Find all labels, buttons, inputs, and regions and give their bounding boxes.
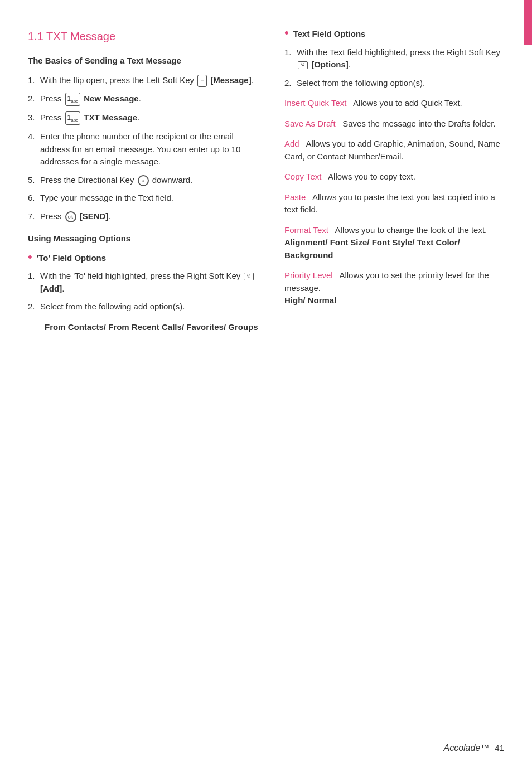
- to-step-1-num: 1.: [28, 270, 40, 283]
- term-copy-text: Copy Text: [284, 172, 321, 181]
- right-soft-key-2-icon: ↯: [298, 61, 308, 69]
- tf-step-2-num: 2.: [284, 77, 297, 90]
- tf-step-1: 1. With the Text field highlighted, pres…: [284, 46, 504, 71]
- tf-step-1-text: With the Text field highlighted, press t…: [297, 46, 504, 71]
- left-steps-list: 1. With the flip open, press the Left So…: [28, 74, 262, 223]
- page-tab: [524, 0, 532, 45]
- page-number: 41: [495, 742, 504, 755]
- step-2-num: 2.: [28, 93, 40, 105]
- step-5: 5. Press the Directional Key ○ downward.: [28, 174, 262, 187]
- tf-step-2: 2. Select from the following option(s).: [284, 77, 504, 90]
- step-7-num: 7.: [28, 210, 40, 223]
- option-insert-quick-text: Insert Quick Text Allows you to add Quic…: [284, 97, 504, 110]
- option-copy-text: Copy Text Allows you to copy text.: [284, 171, 504, 183]
- ok-button-icon: ok: [65, 211, 76, 222]
- to-field-bullet-item: • 'To' Field Options: [28, 252, 262, 265]
- bottom-rule: [0, 738, 532, 738]
- directional-key-icon: ○: [138, 175, 149, 186]
- messaging-options-heading: Using Messaging Options: [28, 232, 262, 245]
- step-7-text: Press ok [SEND].: [40, 210, 262, 223]
- brand-name: Accolade™: [443, 741, 489, 755]
- to-step-2-num: 2.: [28, 300, 40, 313]
- term-format-text: Format Text: [284, 225, 328, 235]
- right-column: • Text Field Options 1. With the Text fi…: [284, 28, 504, 339]
- format-text-sub-bold: Alignment/ Font Size/ Font Style/ Text C…: [284, 237, 460, 260]
- priority-level-sub-bold: High/ Normal: [284, 295, 336, 305]
- step-6-num: 6.: [28, 192, 40, 205]
- step-1-num: 1.: [28, 74, 40, 87]
- tf-step-2-text: Select from the following option(s).: [297, 77, 504, 90]
- tf-step-1-num: 1.: [284, 46, 297, 59]
- term-save-as-draft: Save As Draft: [284, 119, 336, 128]
- to-step-1: 1. With the 'To' field highlighted, pres…: [28, 270, 262, 295]
- to-step-2: 2. Select from the following add option(…: [28, 300, 262, 313]
- step-5-num: 5.: [28, 174, 40, 187]
- text-field-steps: 1. With the Text field highlighted, pres…: [284, 46, 504, 90]
- page-container: 1.1 TXT Message The Basics of Sending a …: [0, 0, 532, 766]
- to-field-steps: 1. With the 'To' field highlighted, pres…: [28, 270, 262, 313]
- option-save-as-draft: Save As Draft Saves the message into the…: [284, 118, 504, 130]
- to-field-bullet-list: • 'To' Field Options: [28, 252, 262, 265]
- term-add: Add: [284, 139, 299, 148]
- to-field-label: 'To' Field Options: [37, 252, 106, 265]
- option-add: Add Allows you to add Graphic, Animation…: [284, 138, 504, 163]
- to-field-sub-options: From Contacts/ From Recent Calls/ Favori…: [28, 321, 262, 334]
- step-3-text: Press 1abc TXT Message.: [40, 111, 262, 125]
- option-priority-level: Priority Level Allows you to set the pri…: [284, 269, 504, 307]
- step-4-num: 4.: [28, 130, 40, 143]
- to-field-sub-bold: From Contacts/ From Recent Calls/ Favori…: [45, 322, 258, 332]
- step-2: 2. Press 1abc New Message.: [28, 93, 262, 106]
- text-field-bullet-list: • Text Field Options: [284, 28, 504, 41]
- step-1-text: With the flip open, press the Left Soft …: [40, 74, 262, 87]
- message-icon: ⌐: [197, 75, 207, 87]
- text-field-label: Text Field Options: [293, 28, 366, 41]
- to-step-1-text: With the 'To' field highlighted, press t…: [40, 270, 262, 295]
- option-paste: Paste Allows you to paste the text you l…: [284, 191, 504, 216]
- main-columns: 1.1 TXT Message The Basics of Sending a …: [28, 28, 504, 339]
- step-7: 7. Press ok [SEND].: [28, 210, 262, 223]
- step-4-text: Enter the phone number of the recipient …: [40, 130, 262, 168]
- step-3-num: 3.: [28, 111, 40, 124]
- term-paste: Paste: [284, 192, 306, 202]
- step-4: 4. Enter the phone number of the recipie…: [28, 130, 262, 168]
- sub-heading: The Basics of Sending a Text Message: [28, 55, 262, 67]
- left-column: 1.1 TXT Message The Basics of Sending a …: [28, 28, 262, 339]
- footer: Accolade™ 41: [443, 741, 504, 755]
- step-5-text: Press the Directional Key ○ downward.: [40, 174, 262, 187]
- key-1b-icon: 1abc: [65, 111, 81, 125]
- text-field-bullet-item: • Text Field Options: [284, 28, 504, 41]
- bullet-dot: •: [28, 251, 32, 263]
- step-3: 3. Press 1abc TXT Message.: [28, 111, 262, 125]
- option-format-text: Format Text Allows you to change the loo…: [284, 224, 504, 262]
- term-insert-quick-text: Insert Quick Text: [284, 98, 346, 108]
- step-1: 1. With the flip open, press the Left So…: [28, 74, 262, 87]
- bullet-dot-right: •: [284, 27, 289, 39]
- step-6-text: Type your message in the Text field.: [40, 192, 262, 205]
- to-step-2-text: Select from the following add option(s).: [40, 300, 262, 313]
- key-1-icon: 1abc: [65, 93, 81, 106]
- term-priority-level: Priority Level: [284, 270, 333, 280]
- right-soft-key-icon: ↯: [244, 273, 254, 280]
- section-title: 1.1 TXT Message: [28, 28, 262, 45]
- step-6: 6. Type your message in the Text field.: [28, 192, 262, 205]
- step-2-text: Press 1abc New Message.: [40, 93, 262, 106]
